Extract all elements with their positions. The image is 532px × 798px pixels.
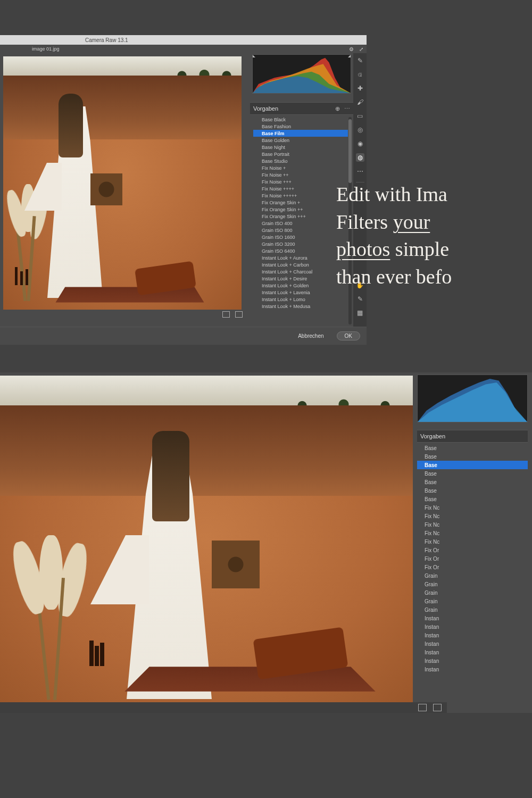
preset-item[interactable]: Instan [417,631,528,639]
preset-item[interactable]: Grain ISO 400 [253,220,348,227]
preset-item[interactable]: Fix Noise +++ [253,178,348,185]
cancel-button[interactable]: Abbrechen [290,332,331,340]
preset-item[interactable]: Fix Orange Skin + [253,199,348,206]
ok-button[interactable]: OK [337,331,360,340]
preset-item[interactable]: Base Fashion [253,123,348,130]
preset-item[interactable]: Base Golden [253,137,348,144]
preset-item[interactable]: Grain [417,605,528,614]
preset-item[interactable]: Fix Noise + [253,164,348,171]
preset-item[interactable]: Fix Or [417,546,528,554]
preset-item[interactable]: Grain ISO 3200 [253,240,348,247]
preset-item[interactable]: Fix Noise +++++ [253,192,348,199]
preset-item[interactable]: Instant Look + Lavenia [253,289,348,296]
promo-text: Edit with Ima Filters your photos simple… [336,181,532,291]
preset-item[interactable]: Grain [417,580,528,588]
radial-tool-icon[interactable]: ◎ [356,126,364,134]
filmstrip-single-icon[interactable] [418,704,427,711]
preset-item[interactable]: Base [417,469,528,478]
preset-item[interactable]: Fix Orange Skin +++ [253,213,348,220]
preset-item[interactable]: Base Portrait [253,151,348,157]
preset-item[interactable]: Base Studio [253,157,348,164]
fullscreen-icon[interactable]: ⤢ [359,46,363,52]
preset-item[interactable]: Base [417,461,528,469]
crop-tool-icon[interactable]: ⟃ [356,70,364,79]
histogram-large[interactable] [417,375,528,422]
preset-item[interactable]: Fix Nc [417,512,528,520]
preset-item[interactable]: Base Black [253,116,348,123]
camera-raw-dialog-zoomed: Vorgaben Base Base Base Base Base Base B… [0,372,532,713]
preset-item[interactable]: Base [417,495,528,503]
app-title: Camera Raw 13.1 [85,37,128,43]
preset-item[interactable]: Base Film [253,130,348,137]
filmstrip-split-icon[interactable] [433,704,442,711]
preset-item[interactable]: Grain [417,571,528,580]
grid-tool-icon[interactable]: ▦ [356,309,364,317]
preset-item[interactable]: Instan [417,648,528,656]
preset-item[interactable]: Base [417,478,528,486]
camera-raw-dialog: Camera Raw 13.1 image 01.jpg ⚙ ⤢ ◣ [0,35,367,345]
image-preview-large[interactable] [0,376,413,703]
preset-item[interactable]: Instant Look + Desire [253,275,348,282]
preset-item[interactable]: Fix Nc [417,537,528,546]
redeye-tool-icon[interactable]: ◉ [356,139,364,148]
filename-label: image 01.jpg [32,46,60,52]
grad-tool-icon[interactable]: ▭ [356,112,364,120]
brush-tool-icon[interactable]: 🖌 [356,98,364,106]
image-preview-area [0,53,250,327]
preset-item[interactable]: Base [417,486,528,495]
preset-item[interactable]: Base [417,452,528,461]
preset-item[interactable]: Instan [417,614,528,622]
presets-list-large[interactable]: Base Base Base Base Base Base Base Fix N… [417,444,528,713]
preset-item[interactable]: Base Night [253,144,348,151]
preset-item[interactable]: Instant Look + Golden [253,282,348,289]
preset-item[interactable]: Instan [417,665,528,674]
edit-tool-icon[interactable]: ✎ [356,56,364,65]
gear-icon[interactable]: ⚙ [349,46,354,52]
preset-item[interactable]: Grain [417,597,528,605]
preset-item[interactable]: Fix Noise ++++ [253,185,348,192]
preset-item[interactable]: Fix Or [417,563,528,571]
preset-item[interactable]: Grain [417,588,528,597]
presets-title: Vorgaben [253,105,278,112]
heal-tool-icon[interactable]: ✚ [356,84,364,93]
preset-item[interactable]: Fix Nc [417,529,528,537]
preset-item[interactable]: Fix Nc [417,503,528,512]
preset-item[interactable]: Instant Look + Aurora [253,254,348,261]
dialog-footer: Abbrechen OK [0,327,367,345]
preset-item[interactable]: Fix Nc [417,520,528,529]
preset-item[interactable]: Grain ISO 6400 [253,247,348,254]
window-titlebar: Camera Raw 13.1 [0,35,367,45]
preset-item[interactable]: Instant Look + Charcoal [253,268,348,275]
preset-item[interactable]: Instan [417,639,528,648]
preset-item[interactable]: Base [417,444,528,452]
presets-add-icon[interactable]: ⊕ [335,105,340,112]
preset-item[interactable]: Instan [417,622,528,631]
sampler-tool-icon[interactable]: ✎ [356,295,364,303]
presets-tool-icon[interactable]: ◍ [356,153,364,162]
preset-item[interactable]: Instan [417,656,528,665]
preset-item[interactable]: Grain ISO 800 [253,227,348,234]
preset-item[interactable]: Instant Look + Lomo [253,296,348,303]
preset-item[interactable]: Fix Or [417,554,528,563]
preset-item[interactable]: Fix Orange Skin ++ [253,206,348,213]
presets-title-large: Vorgaben [420,433,445,439]
preset-item[interactable]: Fix Noise ++ [253,171,348,178]
histogram[interactable]: ◣ ◢ [252,54,351,94]
preset-item[interactable]: Instant Look + Carbon [253,261,348,268]
preset-item[interactable]: Grain ISO 1600 [253,234,348,240]
filmstrip-split-icon[interactable] [235,311,243,318]
filename-bar: image 01.jpg ⚙ ⤢ [0,45,367,53]
preset-item[interactable]: Instant Look + Medusa [253,303,348,310]
presets-panel-header-large[interactable]: Vorgaben [417,430,528,443]
more-tool-icon[interactable]: ⋯ [356,167,364,176]
image-preview[interactable] [3,56,242,310]
presets-panel-header[interactable]: Vorgaben ⊕ ⋯ [250,102,353,115]
filmstrip-single-icon[interactable] [222,311,230,318]
presets-menu-icon[interactable]: ⋯ [344,105,350,112]
